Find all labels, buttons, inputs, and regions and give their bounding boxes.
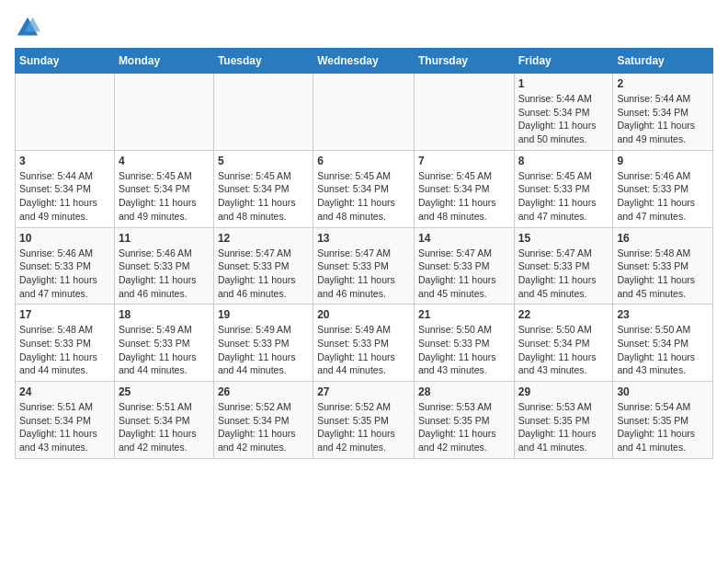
day-info: Sunrise: 5:45 AM Sunset: 5:34 PM Dayligh… — [317, 169, 410, 224]
week-row-4: 17Sunrise: 5:48 AM Sunset: 5:33 PM Dayli… — [16, 304, 713, 382]
calendar-cell: 5Sunrise: 5:45 AM Sunset: 5:34 PM Daylig… — [213, 150, 313, 227]
calendar-cell: 15Sunrise: 5:47 AM Sunset: 5:33 PM Dayli… — [514, 227, 613, 304]
day-info: Sunrise: 5:47 AM Sunset: 5:33 PM Dayligh… — [218, 247, 309, 301]
weekday-header-wednesday: Wednesday — [313, 49, 415, 74]
day-number: 4 — [119, 155, 210, 167]
day-number: 14 — [418, 232, 510, 245]
page-header — [15, 15, 713, 40]
day-info: Sunrise: 5:51 AM Sunset: 5:34 PM Dayligh… — [119, 400, 210, 454]
calendar-cell — [313, 74, 415, 151]
day-info: Sunrise: 5:44 AM Sunset: 5:34 PM Dayligh… — [617, 92, 709, 146]
day-number: 6 — [317, 155, 410, 167]
calendar-cell: 12Sunrise: 5:47 AM Sunset: 5:33 PM Dayli… — [213, 227, 313, 304]
weekday-header-thursday: Thursday — [414, 49, 514, 74]
calendar-cell: 4Sunrise: 5:45 AM Sunset: 5:34 PM Daylig… — [114, 150, 213, 227]
day-number: 17 — [19, 308, 110, 321]
day-number: 16 — [617, 232, 709, 245]
calendar-cell: 1Sunrise: 5:44 AM Sunset: 5:34 PM Daylig… — [514, 74, 613, 151]
calendar-cell: 23Sunrise: 5:50 AM Sunset: 5:34 PM Dayli… — [613, 304, 713, 382]
calendar-cell: 20Sunrise: 5:49 AM Sunset: 5:33 PM Dayli… — [313, 304, 415, 382]
day-info: Sunrise: 5:45 AM Sunset: 5:34 PM Dayligh… — [119, 169, 210, 224]
weekday-header-sunday: Sunday — [16, 49, 115, 74]
weekday-header-row: SundayMondayTuesdayWednesdayThursdayFrid… — [16, 49, 713, 74]
calendar-cell: 7Sunrise: 5:45 AM Sunset: 5:34 PM Daylig… — [414, 150, 514, 227]
day-number: 18 — [119, 308, 210, 321]
day-number: 25 — [119, 385, 210, 398]
week-row-1: 1Sunrise: 5:44 AM Sunset: 5:34 PM Daylig… — [16, 74, 713, 151]
day-info: Sunrise: 5:49 AM Sunset: 5:33 PM Dayligh… — [119, 323, 210, 377]
day-number: 3 — [19, 155, 110, 167]
calendar-cell: 9Sunrise: 5:46 AM Sunset: 5:33 PM Daylig… — [613, 150, 713, 227]
calendar-cell: 28Sunrise: 5:53 AM Sunset: 5:35 PM Dayli… — [414, 382, 514, 459]
day-info: Sunrise: 5:47 AM Sunset: 5:33 PM Dayligh… — [518, 247, 609, 301]
day-number: 15 — [518, 232, 609, 245]
calendar-cell: 26Sunrise: 5:52 AM Sunset: 5:34 PM Dayli… — [213, 382, 313, 459]
day-number: 12 — [218, 232, 309, 245]
day-info: Sunrise: 5:46 AM Sunset: 5:33 PM Dayligh… — [19, 247, 110, 301]
calendar-cell: 22Sunrise: 5:50 AM Sunset: 5:34 PM Dayli… — [514, 304, 613, 382]
day-number: 21 — [418, 308, 510, 321]
day-info: Sunrise: 5:50 AM Sunset: 5:34 PM Dayligh… — [617, 323, 709, 377]
calendar-table: SundayMondayTuesdayWednesdayThursdayFrid… — [15, 48, 713, 459]
calendar-cell — [16, 74, 115, 151]
logo — [15, 15, 44, 40]
calendar-cell: 17Sunrise: 5:48 AM Sunset: 5:33 PM Dayli… — [16, 304, 115, 382]
week-row-2: 3Sunrise: 5:44 AM Sunset: 5:34 PM Daylig… — [16, 150, 713, 227]
day-info: Sunrise: 5:54 AM Sunset: 5:35 PM Dayligh… — [617, 400, 709, 454]
calendar-cell — [414, 74, 514, 151]
day-info: Sunrise: 5:44 AM Sunset: 5:34 PM Dayligh… — [518, 92, 609, 146]
day-info: Sunrise: 5:46 AM Sunset: 5:33 PM Dayligh… — [119, 247, 210, 301]
calendar-cell: 29Sunrise: 5:53 AM Sunset: 5:35 PM Dayli… — [514, 382, 613, 459]
week-row-3: 10Sunrise: 5:46 AM Sunset: 5:33 PM Dayli… — [16, 227, 713, 304]
day-info: Sunrise: 5:52 AM Sunset: 5:34 PM Dayligh… — [218, 400, 309, 454]
day-info: Sunrise: 5:50 AM Sunset: 5:34 PM Dayligh… — [518, 323, 609, 377]
day-info: Sunrise: 5:51 AM Sunset: 5:34 PM Dayligh… — [19, 400, 110, 454]
calendar-cell: 13Sunrise: 5:47 AM Sunset: 5:33 PM Dayli… — [313, 227, 415, 304]
calendar-cell: 21Sunrise: 5:50 AM Sunset: 5:33 PM Dayli… — [414, 304, 514, 382]
day-number: 5 — [218, 155, 309, 167]
day-info: Sunrise: 5:46 AM Sunset: 5:33 PM Dayligh… — [617, 169, 709, 224]
day-number: 7 — [418, 155, 510, 167]
day-number: 26 — [218, 385, 309, 398]
day-info: Sunrise: 5:50 AM Sunset: 5:33 PM Dayligh… — [418, 323, 510, 377]
calendar-cell: 3Sunrise: 5:44 AM Sunset: 5:34 PM Daylig… — [16, 150, 115, 227]
day-info: Sunrise: 5:53 AM Sunset: 5:35 PM Dayligh… — [518, 400, 609, 454]
day-number: 27 — [317, 385, 410, 398]
day-number: 28 — [418, 385, 510, 398]
calendar-cell: 18Sunrise: 5:49 AM Sunset: 5:33 PM Dayli… — [114, 304, 213, 382]
day-info: Sunrise: 5:53 AM Sunset: 5:35 PM Dayligh… — [418, 400, 510, 454]
calendar-cell: 8Sunrise: 5:45 AM Sunset: 5:33 PM Daylig… — [514, 150, 613, 227]
day-info: Sunrise: 5:47 AM Sunset: 5:33 PM Dayligh… — [418, 247, 510, 301]
day-number: 30 — [617, 385, 709, 398]
day-number: 9 — [617, 155, 709, 167]
calendar-cell — [114, 74, 213, 151]
day-number: 1 — [518, 77, 609, 90]
calendar-cell: 14Sunrise: 5:47 AM Sunset: 5:33 PM Dayli… — [414, 227, 514, 304]
day-number: 24 — [19, 385, 110, 398]
day-number: 8 — [518, 155, 609, 167]
calendar-cell: 6Sunrise: 5:45 AM Sunset: 5:34 PM Daylig… — [313, 150, 415, 227]
day-info: Sunrise: 5:48 AM Sunset: 5:33 PM Dayligh… — [19, 323, 110, 377]
calendar-cell: 24Sunrise: 5:51 AM Sunset: 5:34 PM Dayli… — [16, 382, 115, 459]
day-info: Sunrise: 5:45 AM Sunset: 5:34 PM Dayligh… — [418, 169, 510, 224]
day-info: Sunrise: 5:45 AM Sunset: 5:34 PM Dayligh… — [218, 169, 309, 224]
day-number: 22 — [518, 308, 609, 321]
day-number: 13 — [317, 232, 410, 245]
week-row-5: 24Sunrise: 5:51 AM Sunset: 5:34 PM Dayli… — [16, 382, 713, 459]
calendar-cell: 27Sunrise: 5:52 AM Sunset: 5:35 PM Dayli… — [313, 382, 415, 459]
day-info: Sunrise: 5:47 AM Sunset: 5:33 PM Dayligh… — [317, 247, 410, 301]
calendar-cell: 2Sunrise: 5:44 AM Sunset: 5:34 PM Daylig… — [613, 74, 713, 151]
calendar-cell: 10Sunrise: 5:46 AM Sunset: 5:33 PM Dayli… — [16, 227, 115, 304]
day-number: 11 — [119, 232, 210, 245]
weekday-header-tuesday: Tuesday — [213, 49, 313, 74]
day-info: Sunrise: 5:44 AM Sunset: 5:34 PM Dayligh… — [19, 169, 110, 224]
weekday-header-friday: Friday — [514, 49, 613, 74]
day-number: 20 — [317, 308, 410, 321]
day-number: 19 — [218, 308, 309, 321]
day-number: 2 — [617, 77, 709, 90]
day-info: Sunrise: 5:49 AM Sunset: 5:33 PM Dayligh… — [218, 323, 309, 377]
day-info: Sunrise: 5:45 AM Sunset: 5:33 PM Dayligh… — [518, 169, 609, 224]
weekday-header-saturday: Saturday — [613, 49, 713, 74]
day-number: 10 — [19, 232, 110, 245]
calendar-cell: 19Sunrise: 5:49 AM Sunset: 5:33 PM Dayli… — [213, 304, 313, 382]
